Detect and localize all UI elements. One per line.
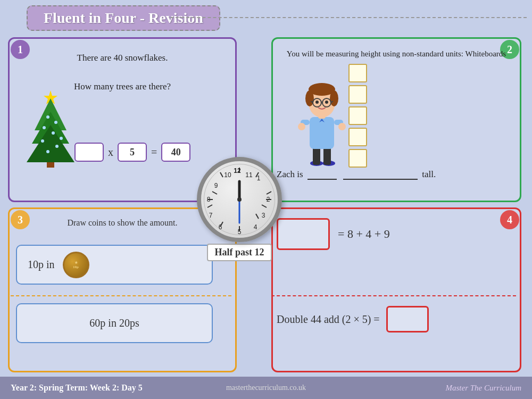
clock-label: Half past 12 — [207, 244, 271, 261]
svg-line-44 — [207, 205, 212, 207]
svg-text:2: 2 — [267, 196, 270, 203]
footer-year-label: Year 2: Spring Term: Week 2: Day 5 — [11, 383, 143, 393]
q1-answer-box[interactable] — [74, 143, 104, 162]
q3-coin-box1: 10p in ★10p — [16, 245, 213, 285]
svg-point-62 — [237, 197, 242, 202]
svg-line-38 — [267, 192, 271, 194]
svg-point-6 — [43, 126, 46, 129]
svg-rect-16 — [313, 146, 320, 165]
q4-equation1: = 8 + 4 + 9 — [277, 218, 390, 250]
svg-point-5 — [54, 121, 57, 124]
svg-point-34 — [315, 101, 319, 104]
svg-rect-12 — [47, 162, 54, 168]
q4-divider — [271, 295, 516, 296]
q3-coin-box2: 60p in 20ps — [16, 303, 213, 343]
clock-face: 12 1 2 3 4 5 6 7 8 9 10 11 — [197, 157, 282, 242]
zach-blank1[interactable] — [307, 179, 337, 180]
svg-point-22 — [298, 123, 305, 130]
svg-rect-17 — [323, 146, 331, 165]
svg-point-11 — [46, 150, 49, 153]
q3-divider — [11, 295, 231, 296]
q4-answer-box1[interactable] — [277, 218, 330, 250]
svg-text:7: 7 — [209, 212, 213, 219]
q1-result: 40 — [161, 143, 190, 162]
svg-point-35 — [325, 101, 328, 104]
svg-text:1: 1 — [257, 174, 261, 182]
svg-rect-18 — [310, 117, 334, 149]
footer-website: masterthecurriculum.co.uk — [226, 384, 306, 392]
q4-answer-box2[interactable] — [386, 306, 429, 332]
svg-text:10: 10 — [224, 171, 231, 179]
page-title: Fluent in Four - Revision — [27, 5, 220, 31]
zach-blank2[interactable] — [343, 179, 418, 180]
q1-equation: x 5 = 40 — [74, 143, 190, 162]
svg-text:3: 3 — [262, 212, 265, 219]
title-divider — [170, 17, 527, 18]
svg-point-4 — [46, 115, 49, 119]
svg-text:12: 12 — [234, 167, 241, 174]
svg-line-40 — [262, 205, 267, 207]
q2-text: You will be measuring height using non-s… — [279, 48, 513, 60]
q1-multiplier: 5 — [118, 143, 147, 162]
footer-brand: Master The Curriculum — [446, 384, 522, 393]
svg-point-8 — [60, 137, 63, 140]
svg-point-7 — [52, 131, 55, 135]
svg-text:4: 4 — [254, 223, 257, 231]
svg-text:9: 9 — [214, 182, 218, 189]
svg-line-46 — [212, 192, 217, 194]
svg-text:6: 6 — [219, 223, 222, 231]
boy-figure — [298, 64, 367, 168]
svg-point-9 — [41, 139, 44, 143]
svg-line-47 — [220, 172, 223, 177]
svg-line-41 — [256, 214, 259, 219]
zach-label: Zach is tall. — [277, 169, 436, 180]
footer: Year 2: Spring Term: Week 2: Day 5 maste… — [0, 377, 532, 399]
svg-text:8: 8 — [207, 196, 211, 203]
coin-icon: ★10p — [63, 252, 89, 278]
svg-text:5: 5 — [238, 228, 242, 236]
svg-text:11: 11 — [245, 171, 253, 179]
svg-point-23 — [338, 123, 346, 130]
clock: 12 1 2 3 4 5 6 7 8 9 10 11 Half past 12 — [197, 157, 282, 261]
whiteboard-squares — [348, 64, 367, 168]
svg-point-10 — [55, 145, 59, 148]
q4-equation2: Double 44 add (2 × 5) = — [277, 306, 429, 332]
